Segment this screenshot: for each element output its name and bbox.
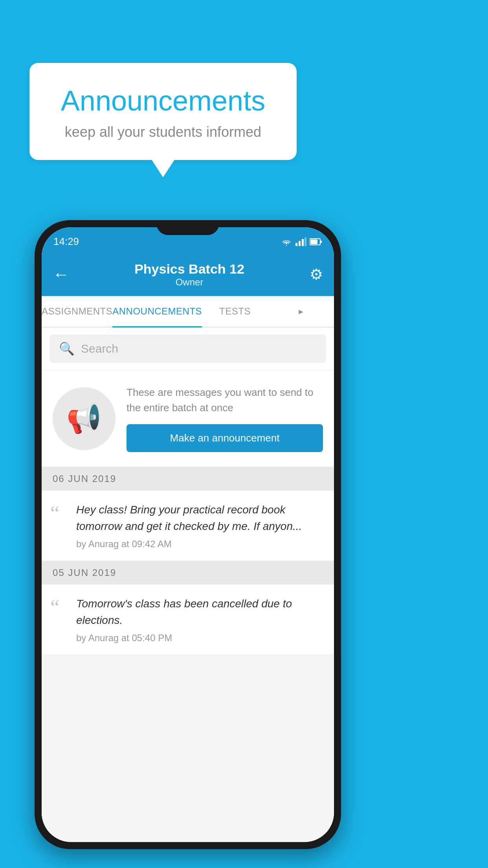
phone-screen: 14:29 [42, 227, 334, 842]
svg-rect-6 [310, 239, 317, 244]
phone-container: 14:29 [35, 220, 341, 849]
bubble-title: Announcements [53, 85, 273, 117]
settings-button[interactable]: ⚙ [310, 266, 323, 283]
speech-bubble: Announcements keep all your students inf… [29, 63, 297, 160]
announcement-text-2: Tomorrow's class has been cancelled due … [76, 596, 323, 629]
svg-rect-2 [302, 239, 304, 246]
announcement-item-2[interactable]: “ Tomorrow's class has been cancelled du… [42, 585, 334, 655]
make-announcement-button[interactable]: Make an announcement [127, 424, 323, 452]
promo-card: 📢 These are messages you want to send to… [42, 371, 334, 466]
announcement-item-1[interactable]: “ Hey class! Bring your practical record… [42, 491, 334, 561]
battery-icon [310, 238, 322, 246]
svg-rect-3 [305, 237, 306, 246]
quote-icon-1: “ [50, 503, 68, 550]
app-bar-subtitle: Owner [134, 277, 244, 288]
tab-assignments[interactable]: ASSIGNMENTS [42, 296, 112, 327]
app-bar-center: Physics Batch 12 Owner [134, 261, 244, 288]
app-bar-title: Physics Batch 12 [134, 261, 244, 277]
date-separator-1: 06 JUN 2019 [42, 467, 334, 491]
back-button[interactable]: ← [53, 266, 69, 283]
quote-icon-2: “ [50, 597, 68, 644]
announcement-content-2: Tomorrow's class has been cancelled due … [76, 596, 323, 644]
speech-bubble-wrapper: Announcements keep all your students inf… [29, 63, 297, 160]
announcement-content-1: Hey class! Bring your practical record b… [76, 502, 323, 550]
promo-right: These are messages you want to send to t… [127, 385, 323, 452]
search-icon: 🔍 [59, 341, 75, 356]
announcement-meta-1: by Anurag at 09:42 AM [76, 539, 323, 550]
promo-description: These are messages you want to send to t… [127, 385, 323, 416]
svg-rect-0 [295, 243, 297, 246]
svg-rect-5 [321, 241, 322, 243]
wifi-icon [281, 237, 292, 246]
status-icons [281, 237, 322, 246]
tab-announcements[interactable]: ANNOUNCEMENTS [112, 296, 202, 327]
tab-tests[interactable]: TESTS [202, 296, 268, 327]
announcement-text-1: Hey class! Bring your practical record b… [76, 502, 323, 535]
phone-outer: 14:29 [35, 220, 341, 849]
search-container: 🔍 Search [42, 327, 334, 370]
megaphone-icon: 📢 [66, 402, 102, 435]
app-bar: ← Physics Batch 12 Owner ⚙ [42, 253, 334, 296]
content-area: 🔍 Search 📢 These are messages you want t… [42, 327, 334, 842]
svg-rect-1 [299, 241, 301, 246]
search-bar[interactable]: 🔍 Search [50, 335, 326, 363]
status-time: 14:29 [53, 235, 79, 248]
phone-notch [156, 220, 219, 235]
bubble-subtitle: keep all your students informed [53, 124, 273, 140]
promo-icon-circle: 📢 [53, 387, 116, 450]
signal-icon [295, 237, 306, 246]
date-separator-2: 05 JUN 2019 [42, 561, 334, 585]
search-placeholder: Search [81, 342, 118, 355]
tabs-bar: ASSIGNMENTS ANNOUNCEMENTS TESTS ▸ [42, 296, 334, 327]
tab-more[interactable]: ▸ [268, 296, 334, 327]
announcement-meta-2: by Anurag at 05:40 PM [76, 633, 323, 644]
